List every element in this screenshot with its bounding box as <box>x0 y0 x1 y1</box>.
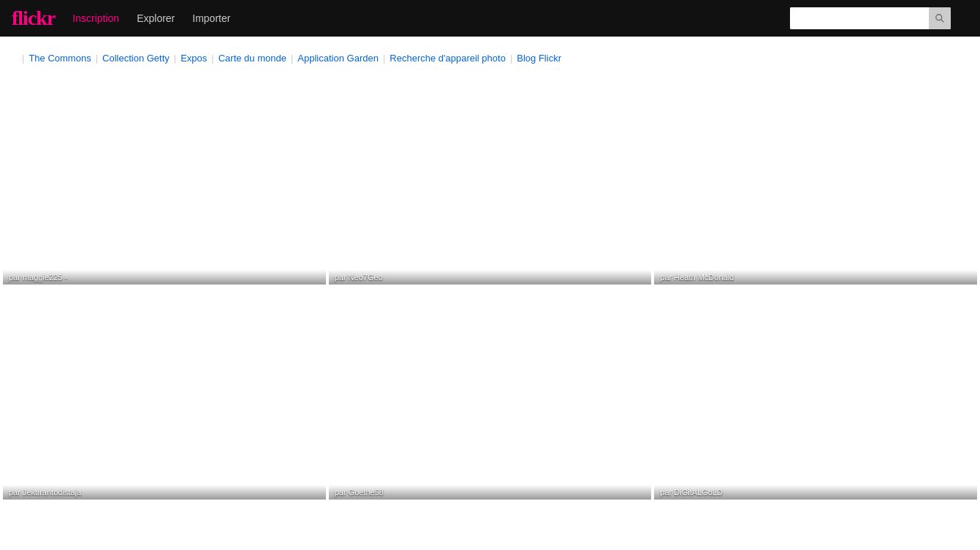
photo-item-3[interactable]: par Heath McDonald <box>654 72 977 285</box>
nav-explorer[interactable]: Explorer <box>137 12 175 24</box>
breadcrumb-application-garden[interactable]: Application Garden <box>297 53 379 64</box>
photo-canvas-5 <box>329 287 652 500</box>
photo-caption-5: par Goethe58 <box>329 485 652 500</box>
photo-caption-3: par Heath McDonald <box>654 270 977 285</box>
photo-item-1[interactable]: par maggie225 - <box>3 72 326 285</box>
photo-canvas-4 <box>3 287 326 500</box>
photo-caption-4: par Jekurantodistaja <box>3 485 326 500</box>
nav-importer[interactable]: Importer <box>192 12 230 24</box>
photo-item-5[interactable]: par Goethe58 <box>329 287 652 500</box>
photo-canvas-1 <box>3 72 326 285</box>
svg-point-0 <box>936 15 942 20</box>
photo-grid: par maggie225 - par Neo7Geo par Heath Mc… <box>0 69 980 502</box>
photo-caption-1: par maggie225 - <box>3 270 326 285</box>
breadcrumb-carte-du-monde[interactable]: Carte du monde <box>219 53 286 64</box>
breadcrumb-blog-flickr[interactable]: Blog Flickr <box>517 53 561 64</box>
site-logo[interactable]: flickr <box>12 7 55 30</box>
breadcrumb-the-commons[interactable]: The Commons <box>29 53 91 64</box>
site-header: flickr Inscription Explorer Importer <box>0 0 980 37</box>
search-input[interactable] <box>790 7 929 29</box>
breadcrumb-collection-getty[interactable]: Collection Getty <box>102 53 170 64</box>
search-button[interactable] <box>929 7 951 29</box>
photo-canvas-2 <box>329 72 652 285</box>
breadcrumb-recherche-appareil[interactable]: Recherche d'appareil photo <box>390 53 506 64</box>
page-header: | The Commons | Collection Getty | Expos… <box>0 37 980 69</box>
photo-item-2[interactable]: par Neo7Geo <box>329 72 652 285</box>
photo-canvas-6 <box>654 287 977 500</box>
photo-canvas-3 <box>654 72 977 285</box>
breadcrumb: | The Commons | Collection Getty | Expos… <box>12 53 968 64</box>
svg-line-1 <box>941 20 944 23</box>
search-box <box>790 7 951 29</box>
search-icon <box>935 13 945 23</box>
photo-caption-6: par DiGitALGoLD <box>654 485 977 500</box>
photo-item-6[interactable]: par DiGitALGoLD <box>654 287 977 500</box>
nav-inscription[interactable]: Inscription <box>72 12 119 24</box>
photo-item-4[interactable]: par Jekurantodistaja <box>3 287 326 500</box>
breadcrumb-expos[interactable]: Expos <box>181 53 207 64</box>
photo-caption-2: par Neo7Geo <box>329 270 652 285</box>
